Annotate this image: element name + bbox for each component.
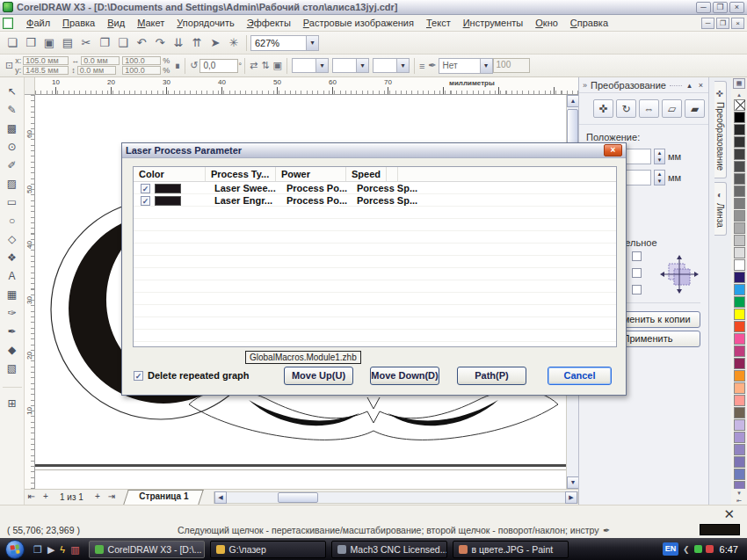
palette-swatch[interactable] <box>734 309 745 320</box>
palette-swatch[interactable] <box>734 124 745 135</box>
docker-rollup-icon[interactable]: ▴ <box>685 81 693 90</box>
column-header[interactable]: Process Ty... <box>206 167 276 181</box>
speed-cell[interactable]: Porcess Sp... <box>352 195 422 206</box>
palette-swatch[interactable] <box>734 432 745 443</box>
palette-swatch[interactable] <box>734 235 745 246</box>
order-icon[interactable]: ▣ <box>273 60 282 71</box>
lightning-icon[interactable]: ϟ <box>60 543 65 556</box>
rectangle-tool[interactable]: ▭ <box>3 193 22 211</box>
chevron-down-icon[interactable]: ▾ <box>306 36 318 50</box>
export-icon[interactable]: ⇈ <box>188 34 206 52</box>
dialog-close-icon[interactable]: × <box>604 144 622 156</box>
skew-transform-icon[interactable]: ▰ <box>685 99 705 118</box>
menu-item[interactable]: Эффекты <box>241 16 297 30</box>
palette-swatch[interactable] <box>734 149 745 160</box>
palette-swatch[interactable] <box>734 481 745 489</box>
palette-swatch[interactable] <box>734 444 745 455</box>
y-position-field[interactable]: 148.5 мм <box>23 66 69 75</box>
anchor-point-grid[interactable] <box>660 255 699 295</box>
mirror-vertical-icon[interactable]: ⇅ <box>261 60 269 71</box>
print-icon[interactable]: ▤ <box>59 34 76 52</box>
column-header[interactable] <box>387 167 398 181</box>
vertical-ruler[interactable]: 605040302010 <box>25 95 35 489</box>
import-icon[interactable]: ⇊ <box>170 34 187 52</box>
minimize-button[interactable]: ─ <box>696 2 711 13</box>
column-header[interactable]: Speed <box>346 167 387 181</box>
palette-swatch[interactable] <box>734 210 745 222</box>
menu-item[interactable]: Справка <box>564 16 614 30</box>
scale-y-field[interactable]: 100.0 <box>122 66 161 75</box>
horizontal-scrollbar[interactable]: ◀ ▶ <box>214 491 578 504</box>
mdi-close-button[interactable]: × <box>731 18 744 29</box>
copy-icon[interactable]: ❐ <box>96 34 113 52</box>
palette-swatch[interactable] <box>734 136 745 148</box>
menu-item[interactable]: Упорядочить <box>170 16 240 30</box>
show-desktop-icon[interactable]: ❐ <box>33 543 42 556</box>
shape-tool[interactable]: ✎ <box>3 101 22 119</box>
media-player-icon[interactable]: ▶ <box>47 543 54 556</box>
table-row[interactable]: ✓ Laser Swee... Process Po... Porcess Sp… <box>134 182 616 194</box>
style-combo-2[interactable]: ▾ <box>332 58 369 73</box>
antivirus-tray-icon[interactable] <box>694 545 702 553</box>
scroll-left-icon[interactable]: ◀ <box>214 491 227 504</box>
relative-checkbox-3[interactable] <box>632 285 642 295</box>
horizontal-ruler[interactable]: 10203040506070 миллиметры <box>35 77 578 95</box>
freehand-tool[interactable]: ✐ <box>3 156 22 174</box>
object-width-field[interactable]: 0.0 мм <box>81 56 120 65</box>
palette-swatch[interactable] <box>734 173 745 185</box>
palette-swatch[interactable] <box>734 272 745 283</box>
palette-expand-icon[interactable]: ⇤ <box>736 497 742 505</box>
scroll-right-icon[interactable]: ▶ <box>565 491 577 504</box>
row-color-swatch[interactable] <box>155 196 181 206</box>
x-spinner[interactable]: ▲▼ <box>654 149 665 164</box>
start-button[interactable] <box>5 540 25 559</box>
palette-swatch[interactable] <box>734 284 745 295</box>
outline-tool[interactable]: ✒ <box>3 323 22 340</box>
menu-item[interactable]: Макет <box>131 16 170 30</box>
add-page-after-button[interactable]: + <box>91 491 105 504</box>
scroll-down-icon[interactable]: ▼ <box>567 476 579 489</box>
row-checkbox[interactable]: ✓ <box>141 184 150 193</box>
palette-swatch[interactable] <box>734 222 745 234</box>
add-page-before-button[interactable]: + <box>39 491 53 504</box>
palette-swatch[interactable] <box>734 370 745 382</box>
column-header[interactable]: Power <box>276 167 346 181</box>
cancel-button[interactable]: Cancel <box>548 367 612 385</box>
palette-options-icon[interactable]: ▦ <box>733 78 745 89</box>
undo-icon[interactable]: ↶ <box>133 34 150 52</box>
docker-tab[interactable]: ✜ Преобразование <box>714 81 727 178</box>
rotate-transform-icon[interactable]: ↻ <box>616 99 636 118</box>
palette-swatch[interactable] <box>734 456 745 468</box>
palette-swatch[interactable] <box>734 407 745 418</box>
rotation-angle-field[interactable]: 0,0 <box>199 59 238 73</box>
scale-x-field[interactable]: 100.0 <box>122 56 161 65</box>
palette-swatch[interactable] <box>734 198 745 209</box>
scroll-up-icon[interactable]: ▲ <box>567 95 579 107</box>
lock-ratio-icon[interactable]: ∎ <box>174 60 180 71</box>
corel-online-icon[interactable]: ✳ <box>225 34 243 52</box>
eyedropper-tool[interactable]: ✑ <box>3 304 22 322</box>
open-icon[interactable]: ❒ <box>22 34 40 52</box>
power-cell[interactable]: Process Po... <box>281 183 352 193</box>
basic-shapes-tool[interactable]: ❖ <box>3 249 22 266</box>
application-launcher-icon[interactable]: ➤ <box>207 34 224 52</box>
page-tab[interactable]: Страница 1 <box>123 490 204 505</box>
paste-icon[interactable]: ❑ <box>114 34 132 52</box>
relative-checkbox-1[interactable] <box>632 251 642 261</box>
palette-swatch[interactable] <box>734 247 745 258</box>
taskbar-task-button[interactable]: G:\лазер <box>210 541 326 558</box>
mdi-restore-button[interactable]: ❐ <box>716 18 729 29</box>
restore-button[interactable]: ❐ <box>713 2 728 13</box>
chevron-down-icon[interactable]: ▾ <box>480 59 492 73</box>
taskbar-task-button[interactable]: Mach3 CNC Licensed... <box>331 541 447 558</box>
docker-collapse-icon[interactable]: » <box>583 81 587 90</box>
position-transform-icon[interactable]: ✜ <box>593 99 613 118</box>
palette-swatch[interactable] <box>734 259 745 271</box>
x-position-field[interactable]: 105.0 мм <box>23 56 69 65</box>
pick-tool[interactable]: ↖ <box>3 83 22 100</box>
move-down-button[interactable]: Move Down(D) <box>370 367 439 385</box>
no-color-swatch[interactable] <box>734 99 745 111</box>
menu-item[interactable]: Правка <box>56 16 101 30</box>
outline-width-combo[interactable]: Нет ▾ <box>439 58 493 74</box>
drive-icon[interactable]: ▥ <box>70 543 79 556</box>
